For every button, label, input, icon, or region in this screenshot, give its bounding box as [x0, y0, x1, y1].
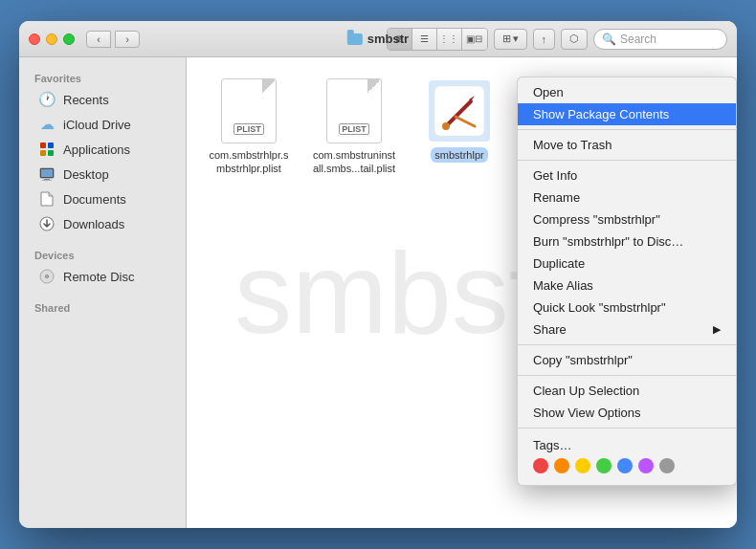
folder-icon: [347, 33, 363, 45]
sidebar-item-downloads[interactable]: Downloads: [23, 211, 182, 236]
devices-label: Devices: [19, 244, 186, 264]
cm-item-label: Burn "smbstrhlpr" to Disc…: [533, 234, 683, 249]
list-item[interactable]: PLIST com.smbstrhlpr.smbstrhlpr.plist: [206, 77, 292, 176]
finder-window: ‹ › smbstr ⊞ ☰ ⋮⋮ ▣⊟ ⊞ ▾ ↑ ⬡: [19, 21, 737, 528]
tag-dots: [533, 458, 721, 473]
search-icon: 🔍: [602, 33, 616, 46]
plist-icon: PLIST: [326, 78, 382, 143]
tag-red[interactable]: [533, 458, 548, 473]
app-icon: [427, 78, 492, 143]
context-menu-duplicate[interactable]: Duplicate: [518, 253, 736, 274]
tag-orange[interactable]: [554, 458, 569, 473]
svg-rect-0: [40, 143, 46, 148]
sidebar-item-label: Remote Disc: [63, 270, 134, 284]
plist-badge: PLIST: [339, 123, 369, 135]
list-item[interactable]: PLIST com.smbstruninstall.smbs...tail.pl…: [311, 77, 397, 176]
plist-badge: PLIST: [233, 123, 264, 135]
context-menu-show-view-options[interactable]: Show View Options: [518, 402, 736, 424]
cm-item-label: Duplicate: [533, 256, 585, 271]
list-view-button[interactable]: ☰: [412, 29, 437, 50]
file-name: smbstrhlpr: [431, 148, 487, 162]
window-title: smbstr: [347, 32, 409, 46]
context-menu-clean-up[interactable]: Clean Up Selection: [518, 380, 736, 402]
applications-icon: [38, 141, 56, 158]
main-content: Favorites 🕐 Recents ☁ iCloud Drive: [19, 57, 737, 528]
context-menu: Open Show Package Contents Move to Trash…: [517, 77, 737, 486]
context-menu-compress[interactable]: Compress "smbstrhlpr": [518, 209, 736, 231]
file-icon-wrapper: [425, 77, 494, 145]
tag-yellow[interactable]: [575, 458, 590, 473]
cm-item-label: Quick Look "smbstrhlpr": [533, 300, 666, 315]
column-view-button[interactable]: ⋮⋮: [437, 29, 462, 50]
arrange-button[interactable]: ⊞ ▾: [494, 29, 527, 50]
sidebar-item-remote-disc[interactable]: Remote Disc: [23, 264, 182, 289]
context-menu-quick-look[interactable]: Quick Look "smbstrhlpr": [518, 296, 736, 318]
favorites-label: Favorites: [19, 67, 186, 87]
cm-separator: [518, 129, 736, 130]
cm-separator: [518, 375, 736, 376]
search-box[interactable]: 🔍 Search: [593, 29, 727, 50]
submenu-arrow-icon: ▶: [713, 323, 721, 336]
svg-point-17: [442, 122, 450, 130]
close-button[interactable]: [29, 33, 40, 45]
context-menu-tags: Tags…: [518, 432, 736, 481]
sidebar-item-desktop[interactable]: Desktop: [23, 162, 182, 187]
cm-item-label: Open: [533, 85, 564, 99]
tags-label[interactable]: Tags…: [533, 438, 721, 452]
context-menu-share[interactable]: Share ▶: [518, 318, 736, 340]
cm-separator: [518, 428, 736, 428]
nav-buttons: ‹ ›: [86, 31, 140, 48]
cm-item-label: Copy "smbstrhlpr": [533, 353, 633, 367]
context-menu-burn[interactable]: Burn "smbstrhlpr" to Disc…: [518, 231, 736, 253]
cm-item-label: Share: [533, 322, 567, 337]
file-icon-wrapper: PLIST: [214, 77, 283, 145]
cm-separator: [518, 160, 736, 161]
sidebar-item-label: Downloads: [63, 217, 124, 231]
cm-item-label: Compress "smbstrhlpr": [533, 212, 660, 227]
cm-separator: [518, 344, 736, 345]
icloud-icon: ☁: [38, 116, 56, 133]
context-menu-copy[interactable]: Copy "smbstrhlpr": [518, 349, 736, 371]
tag-purple[interactable]: [638, 458, 654, 473]
file-name: com.smbstrhlpr.smbstrhlpr.plist: [206, 148, 292, 176]
file-name: com.smbstruninstall.smbs...tail.plist: [311, 148, 397, 176]
svg-rect-3: [48, 150, 54, 156]
svg-point-11: [46, 275, 48, 277]
file-area[interactable]: smbstr PLIST com.smbstrhlpr.smbstrhlpr.p…: [187, 57, 737, 528]
context-menu-open[interactable]: Open: [518, 81, 736, 103]
tag-gray[interactable]: [659, 458, 675, 473]
context-menu-rename[interactable]: Rename: [518, 187, 736, 209]
path-button[interactable]: ⬡: [561, 29, 588, 50]
cover-flow-button[interactable]: ▣⊟: [462, 29, 487, 50]
tag-blue[interactable]: [617, 458, 633, 473]
forward-button[interactable]: ›: [115, 31, 140, 48]
list-item[interactable]: smbstrhlpr: [416, 77, 502, 162]
sidebar-item-label: Applications: [63, 143, 130, 157]
sidebar-item-documents[interactable]: Documents: [23, 187, 182, 211]
toolbar-actions: ⊞ ☰ ⋮⋮ ▣⊟ ⊞ ▾ ↑ ⬡ 🔍 Search: [387, 28, 728, 51]
svg-rect-1: [48, 143, 54, 148]
cm-item-label: Clean Up Selection: [533, 384, 639, 398]
context-menu-move-to-trash[interactable]: Move to Trash: [518, 134, 736, 156]
sidebar-item-icloud[interactable]: ☁ iCloud Drive: [23, 112, 182, 137]
path-icon: ⬡: [569, 33, 579, 45]
titlebar: ‹ › smbstr ⊞ ☰ ⋮⋮ ▣⊟ ⊞ ▾ ↑ ⬡: [19, 21, 737, 57]
action-icon: ↑: [542, 33, 547, 45]
sidebar-item-label: Documents: [63, 192, 126, 207]
shared-label: Shared: [19, 296, 186, 317]
maximize-button[interactable]: [63, 33, 75, 45]
context-menu-show-package-contents[interactable]: Show Package Contents: [518, 103, 736, 125]
sidebar-item-label: Desktop: [63, 167, 109, 182]
back-button[interactable]: ‹: [86, 31, 111, 48]
tag-green[interactable]: [596, 458, 611, 473]
action-button[interactable]: ↑: [533, 29, 556, 50]
minimize-button[interactable]: [46, 33, 57, 45]
context-menu-get-info[interactable]: Get Info: [518, 165, 736, 187]
remote-disc-icon: [38, 268, 56, 285]
documents-icon: [38, 190, 56, 208]
svg-rect-6: [42, 180, 52, 181]
sidebar-item-applications[interactable]: Applications: [23, 137, 182, 162]
sidebar-item-recents[interactable]: 🕐 Recents: [23, 87, 182, 112]
desktop-icon: [38, 165, 56, 183]
context-menu-make-alias[interactable]: Make Alias: [518, 274, 736, 296]
